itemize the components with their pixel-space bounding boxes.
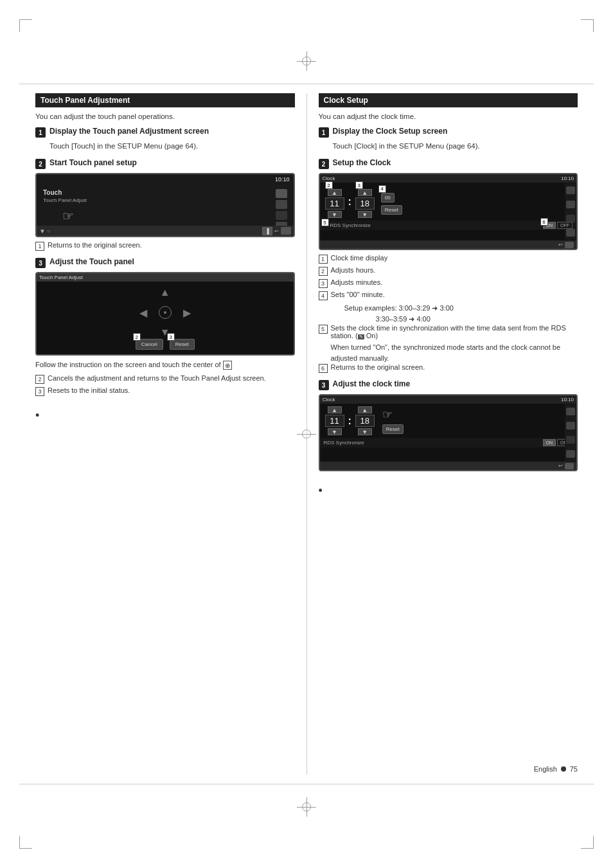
hours-col: 2 ▲ 11 ▼ bbox=[325, 185, 344, 218]
clock2-hours-down[interactable]: ▼ bbox=[328, 428, 342, 435]
clock2-hours-col: ▲ 11 ▼ bbox=[325, 406, 344, 435]
minutes-down-btn[interactable]: ▼ bbox=[358, 211, 372, 218]
clock-ann-text-1: Clock time display bbox=[331, 254, 388, 262]
clock-ann-5: 5 Sets the clock time in synchronization… bbox=[319, 324, 578, 339]
left-step3-badge: 3 bbox=[35, 258, 46, 268]
right-section-intro: You can adjust the clock time. bbox=[319, 113, 578, 120]
reset-btn-clock1[interactable]: Reset bbox=[381, 205, 402, 215]
rds-on-btn-2[interactable]: ON bbox=[543, 439, 556, 446]
rds-toggle-wrapper: 6 ON OFF bbox=[543, 222, 573, 229]
ann-badge-1: 1 bbox=[35, 242, 44, 251]
crosshair-symbol: ⊕ bbox=[223, 361, 232, 370]
right-arrow-icon: ▶ bbox=[183, 307, 191, 319]
clock1-side-icons bbox=[565, 183, 576, 240]
clock2-minutes-value: 18 bbox=[355, 415, 375, 427]
page-language: English bbox=[534, 765, 557, 773]
cancel-btn-wrapper: 2 Cancel bbox=[136, 338, 163, 350]
right-step1-badge: 1 bbox=[319, 127, 329, 138]
clock-ann-badge-3: 3 bbox=[319, 279, 328, 288]
right-step3-heading: 3 Adjust the clock time bbox=[319, 379, 578, 390]
hand-cursor-icon: ☞ bbox=[62, 208, 273, 224]
clock2-colon: : bbox=[348, 415, 351, 427]
clock-ann-4: 4 Sets "00" minute. bbox=[319, 291, 578, 300]
colon-sep: : bbox=[348, 196, 351, 208]
bottom-bar-left: ▼ ○ bbox=[39, 228, 50, 235]
crosshair-circle-top bbox=[302, 57, 311, 66]
clock-side-icon-2 bbox=[566, 201, 575, 208]
ann2-badge: 2 bbox=[35, 375, 44, 384]
ann3-text: Resets to the initial status. bbox=[48, 386, 130, 394]
page-number-area: English 75 bbox=[534, 765, 578, 773]
minutes-up-btn[interactable]: ▲ bbox=[358, 189, 372, 196]
clock2-bottom-bar: ↩ bbox=[320, 462, 577, 470]
left-step1-title: Display the Touch panel Adjustment scree… bbox=[49, 127, 209, 136]
bottom-rule bbox=[19, 784, 594, 784]
right-step1-heading: 1 Display the Clock Setup screen bbox=[319, 127, 578, 138]
left-step1-badge: 1 bbox=[35, 127, 46, 138]
00min-wrapper: 4 00 bbox=[381, 189, 395, 203]
clock2-minutes-down[interactable]: ▼ bbox=[358, 428, 372, 435]
bottom-crosshair bbox=[297, 797, 316, 817]
center-target bbox=[159, 306, 172, 319]
left-step3-heading: 3 Adjust the Touch panel bbox=[35, 257, 295, 268]
top-rule bbox=[19, 84, 594, 84]
clock-ann-badge-1: 1 bbox=[319, 255, 328, 264]
right-controls: 4 00 Reset bbox=[381, 189, 402, 215]
clock2-minutes-col: ▲ 18 ▼ bbox=[355, 406, 375, 435]
minutes-badge: 3 bbox=[355, 181, 363, 189]
right-step3-title: Adjust the clock time bbox=[333, 379, 411, 388]
clock2-hours-value: 11 bbox=[325, 415, 344, 427]
screen-time-display: 10:10 bbox=[275, 176, 290, 183]
clock-ann-badge-2: 2 bbox=[319, 267, 328, 276]
hours-up-btn[interactable]: ▲ bbox=[328, 189, 342, 196]
left-step2-title: Start Touch panel setup bbox=[49, 158, 137, 167]
clock2-main-area: ▲ 11 ▼ : ▲ 18 ▼ ☞ Reset bbox=[320, 404, 577, 438]
clock-ann-2: 2 Adjusts hours. bbox=[319, 266, 578, 276]
crosshair-circle-bottom bbox=[302, 802, 311, 811]
page-number: 75 bbox=[570, 765, 578, 773]
clock-ann-3: 3 Adjusts minutes. bbox=[319, 278, 578, 288]
rds-label-2: RDS Synchronize bbox=[324, 440, 364, 446]
clock2-bottom-icon2 bbox=[565, 463, 574, 469]
clock2-side-icon-4 bbox=[566, 450, 575, 458]
clock2-hours-up[interactable]: ▲ bbox=[328, 406, 342, 413]
rds-label-wrapper: 5 RDS Synchronize bbox=[324, 222, 371, 228]
left-section-header: Touch Panel Adjustment bbox=[35, 93, 295, 107]
rds-off-btn[interactable]: OFF bbox=[557, 222, 573, 229]
clock-ann-badge-5: 5 bbox=[319, 325, 328, 334]
hours-badge: 2 bbox=[325, 181, 333, 189]
clock-screen-title-1: Clock bbox=[323, 176, 335, 181]
00min-btn[interactable]: 00 bbox=[381, 193, 395, 203]
main-content: Touch Panel Adjustment You can adjust th… bbox=[35, 93, 578, 775]
clock-ann-setup-example: Setup examples: 3:00–3:29 ➜ 3:00 3:30–3:… bbox=[344, 303, 578, 324]
step2-annotation: 1 Returns to the original screen. bbox=[35, 241, 295, 251]
rds-label: RDS Synchronize bbox=[330, 222, 371, 228]
adjust-crosshair-area: ▲ ▼ ◀ ▶ bbox=[139, 287, 191, 338]
hours-down-btn[interactable]: ▼ bbox=[328, 211, 342, 218]
left-section-intro: You can adjust the touch panel operation… bbox=[35, 113, 295, 120]
clock2-side-icons bbox=[565, 404, 576, 461]
clock-title-bar-2: Clock 10:10 bbox=[320, 395, 577, 404]
right-step1-title: Display the Clock Setup screen bbox=[333, 127, 448, 136]
clock2-right-controls: ☞ Reset bbox=[382, 408, 404, 434]
clock-screen-2: Clock 10:10 ▲ 11 ▼ : ▲ 18 ▼ bbox=[319, 394, 578, 471]
left-step1-body: Touch [Touch] in the SETUP Menu (page 64… bbox=[49, 141, 295, 152]
clock1-bottom-icon2 bbox=[565, 242, 574, 248]
rds-row-2: RDS Synchronize ON OFF bbox=[320, 438, 577, 448]
clock1-bottom-bar: ↩ bbox=[320, 240, 577, 249]
ann-text-1: Returns to the original screen. bbox=[48, 241, 142, 249]
clock2-minutes-up[interactable]: ▲ bbox=[358, 406, 372, 413]
clock-ann-badge-6: 6 bbox=[319, 364, 328, 373]
side-icon-2 bbox=[276, 200, 287, 209]
center-dot bbox=[164, 311, 166, 314]
screen-label-touch: Touch bbox=[43, 189, 273, 196]
bottom-btn-1: ▐ bbox=[262, 227, 272, 235]
ann2-text: Cancels the adjustment and returns to th… bbox=[48, 374, 266, 382]
clock-ann-5-extra: When turned "On", the synchronized mode … bbox=[331, 342, 578, 363]
clock-screen-inner-2: Clock 10:10 ▲ 11 ▼ : ▲ 18 ▼ bbox=[320, 395, 577, 470]
corner-mark-tl bbox=[19, 19, 32, 32]
left-step2-badge: 2 bbox=[35, 159, 46, 169]
right-step2-title: Setup the Clock bbox=[333, 158, 391, 167]
reset-btn-clock2[interactable]: Reset bbox=[382, 424, 404, 434]
00min-badge: 4 bbox=[378, 185, 386, 193]
